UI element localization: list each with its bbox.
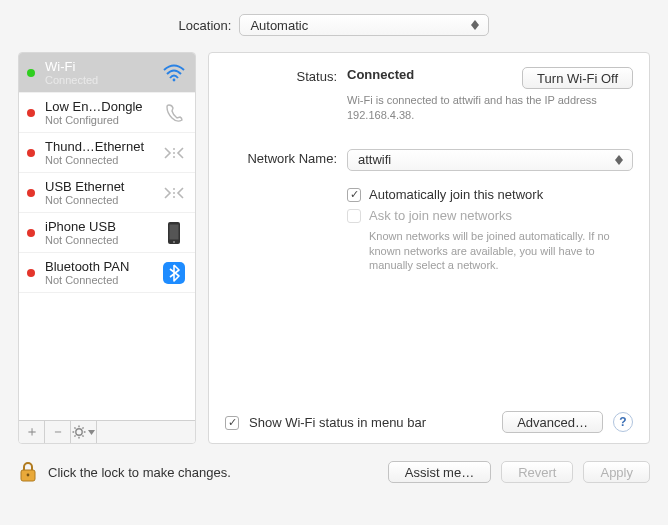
chevron-up-down-icon (468, 17, 482, 33)
location-popup[interactable]: Automatic (239, 14, 489, 36)
svg-marker-24 (615, 160, 623, 165)
phone-icon (161, 100, 187, 126)
advanced-button[interactable]: Advanced… (502, 411, 603, 433)
svg-point-8 (173, 196, 175, 198)
sidebar-item-usb-ethernet[interactable]: USB Ethernet Not Connected (19, 173, 195, 213)
wifi-icon (161, 60, 187, 86)
interface-name: iPhone USB (45, 219, 153, 234)
interface-status: Not Connected (45, 154, 153, 166)
footer: Click the lock to make changes. Assist m… (18, 460, 650, 484)
status-label: Status: (225, 67, 337, 123)
interface-actions-menu[interactable] (71, 421, 97, 443)
svg-line-19 (82, 435, 83, 436)
interface-status: Not Connected (45, 274, 153, 286)
status-dot-icon (27, 189, 35, 197)
svg-point-7 (173, 192, 175, 194)
svg-point-2 (173, 78, 176, 81)
help-button[interactable]: ? (613, 412, 633, 432)
svg-point-13 (76, 429, 82, 435)
apply-button[interactable]: Apply (583, 461, 650, 483)
status-dot-icon (27, 269, 35, 277)
show-status-checkbox[interactable] (225, 416, 239, 430)
svg-point-11 (173, 240, 175, 242)
interface-name: Low En…Dongle (45, 99, 153, 114)
bluetooth-icon (161, 260, 187, 286)
interface-status: Not Connected (45, 234, 153, 246)
sidebar-item-low-energy-dongle[interactable]: Low En…Dongle Not Configured (19, 93, 195, 133)
gear-icon (72, 425, 86, 439)
location-label: Location: (179, 18, 232, 33)
sidebar-item-bluetooth-pan[interactable]: Bluetooth PAN Not Connected (19, 253, 195, 293)
svg-point-6 (173, 188, 175, 190)
sidebar-item-thunderbolt-ethernet[interactable]: Thund…Ethernet Not Connected (19, 133, 195, 173)
svg-marker-1 (471, 25, 479, 30)
status-dot-icon (27, 229, 35, 237)
lock-text: Click the lock to make changes. (48, 465, 231, 480)
interface-name: Bluetooth PAN (45, 259, 153, 274)
revert-button[interactable]: Revert (501, 461, 573, 483)
svg-rect-10 (170, 224, 179, 239)
add-interface-button[interactable]: ＋ (19, 421, 45, 443)
ethernet-icon (161, 180, 187, 206)
interface-status: Not Configured (45, 114, 153, 126)
interface-name: Wi-Fi (45, 59, 153, 74)
network-name-label: Network Name: (225, 149, 337, 171)
svg-line-18 (74, 427, 75, 428)
ask-join-help: Known networks will be joined automatica… (369, 229, 633, 274)
status-dot-icon (27, 69, 35, 77)
iphone-icon (161, 220, 187, 246)
ask-join-label: Ask to join new networks (369, 208, 512, 223)
svg-line-20 (82, 427, 83, 428)
auto-join-label: Automatically join this network (369, 187, 543, 202)
status-value: Connected (347, 67, 414, 82)
interface-status: Not Connected (45, 194, 153, 206)
sidebar-item-wifi[interactable]: Wi-Fi Connected (19, 53, 195, 93)
ask-join-checkbox[interactable] (347, 209, 361, 223)
interface-name: Thund…Ethernet (45, 139, 153, 154)
location-row: Location: Automatic (18, 14, 650, 36)
status-subtext: Wi-Fi is connected to attwifi and has th… (347, 93, 633, 123)
svg-line-21 (74, 435, 75, 436)
sidebar-item-iphone-usb[interactable]: iPhone USB Not Connected (19, 213, 195, 253)
network-name-popup[interactable]: attwifi (347, 149, 633, 171)
interface-name: USB Ethernet (45, 179, 153, 194)
interface-status: Connected (45, 74, 153, 86)
remove-interface-button[interactable]: － (45, 421, 71, 443)
detail-panel: Status: Connected Turn Wi-Fi Off Wi-Fi i… (208, 52, 650, 444)
wifi-toggle-button[interactable]: Turn Wi-Fi Off (522, 67, 633, 89)
chevron-up-down-icon (612, 152, 626, 168)
status-dot-icon (27, 109, 35, 117)
assist-button[interactable]: Assist me… (388, 461, 491, 483)
svg-point-4 (173, 152, 175, 154)
svg-point-26 (27, 474, 30, 477)
sidebar-footer: ＋ － (19, 420, 195, 443)
lock-icon (19, 461, 37, 483)
svg-point-5 (173, 156, 175, 158)
network-name-value: attwifi (358, 152, 391, 167)
ethernet-icon (161, 140, 187, 166)
chevron-down-icon (88, 430, 95, 435)
show-status-label: Show Wi-Fi status in menu bar (249, 415, 426, 430)
auto-join-checkbox[interactable] (347, 188, 361, 202)
location-value: Automatic (250, 18, 308, 33)
svg-point-3 (173, 148, 175, 150)
interface-sidebar: Wi-Fi Connected Low En…Dongle Not Config… (18, 52, 196, 444)
svg-marker-22 (88, 430, 95, 435)
status-dot-icon (27, 149, 35, 157)
lock-button[interactable] (18, 460, 38, 484)
interface-list[interactable]: Wi-Fi Connected Low En…Dongle Not Config… (19, 53, 195, 420)
